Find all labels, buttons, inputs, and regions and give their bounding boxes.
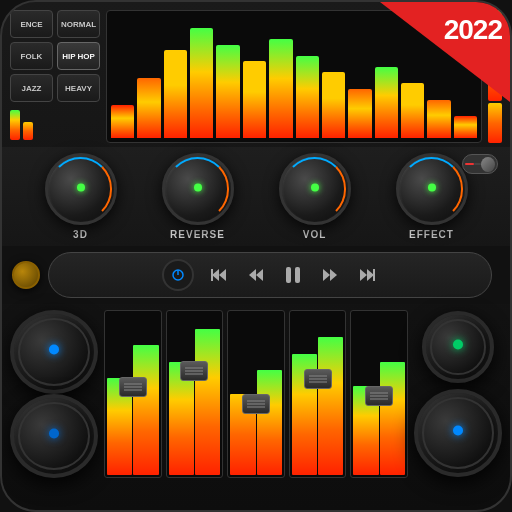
fader-handle-4[interactable]	[304, 369, 332, 389]
eq-bar	[243, 61, 266, 138]
preset-heavy[interactable]: HEAVY	[57, 74, 100, 102]
knob-effect-label: EFFECT	[409, 229, 454, 240]
transport-strip	[48, 252, 492, 298]
knob-vol-label: VOL	[303, 229, 327, 240]
pause-button[interactable]	[280, 262, 306, 288]
svg-marker-10	[323, 269, 330, 281]
preset-hiphop[interactable]: HIP HOP	[57, 42, 100, 70]
mixer-section	[2, 304, 510, 484]
fader-track-2	[166, 310, 224, 478]
knob-3d-container: 3D	[45, 153, 117, 240]
toggle-knob	[481, 157, 495, 172]
eq-bar	[375, 67, 398, 139]
skip-to-start-button[interactable]	[208, 264, 230, 286]
knob-reverse[interactable]	[162, 153, 234, 225]
fader-track-4	[289, 310, 347, 478]
eq-bar	[454, 116, 477, 138]
knob-reverse-label: REVERSE	[170, 229, 225, 240]
eq-bar	[137, 78, 160, 139]
fader-channels	[104, 310, 408, 478]
fader-channel-5	[350, 310, 408, 478]
eq-bar	[164, 50, 187, 138]
skip-forward-icon	[320, 264, 342, 286]
knob-3d-dot	[77, 183, 85, 191]
left-knob-area	[10, 310, 98, 478]
svg-marker-6	[256, 269, 263, 281]
knob-vol-container: VOL	[279, 153, 351, 240]
skip-end-icon	[356, 264, 378, 286]
svg-marker-3	[219, 269, 226, 281]
big-knob-right-bottom-dot	[453, 426, 463, 436]
svg-rect-4	[211, 269, 213, 281]
preset-row-3: JAZZ HEAVY	[10, 74, 100, 102]
eq-bar	[269, 39, 292, 138]
fader-track-1	[104, 310, 162, 478]
transport-section	[2, 246, 510, 304]
svg-marker-12	[360, 269, 367, 281]
eq-bar	[427, 100, 450, 139]
fader-handle-2[interactable]	[180, 361, 208, 381]
fader-handle-5[interactable]	[365, 386, 393, 406]
preset-normal[interactable]: NORMAL	[57, 10, 100, 38]
svg-marker-2	[212, 269, 219, 281]
skip-back-icon	[244, 264, 266, 286]
big-knob-right-bottom[interactable]	[414, 389, 502, 477]
skip-to-end-button[interactable]	[356, 264, 378, 286]
eq-bar	[190, 28, 213, 138]
svg-marker-11	[367, 269, 374, 281]
preset-folk[interactable]: FOLK	[10, 42, 53, 70]
fader-track-3	[227, 310, 285, 478]
big-knob-left-bottom[interactable]	[10, 394, 98, 478]
knob-effect-container: EFFECT	[396, 153, 468, 240]
power-button[interactable]	[162, 259, 194, 291]
preset-jazz[interactable]: JAZZ	[10, 74, 53, 102]
big-knob-left-top-dot	[49, 345, 59, 355]
knob-reverse-container: REVERSE	[162, 153, 234, 240]
power-icon	[170, 267, 186, 283]
svg-rect-13	[373, 269, 375, 281]
knob-vol[interactable]	[279, 153, 351, 225]
svg-rect-8	[295, 267, 300, 283]
year-badge: 2022	[444, 14, 502, 46]
fader-handle-3[interactable]	[242, 394, 270, 414]
right-knob-area	[414, 310, 502, 478]
eq-bar	[216, 45, 239, 139]
knob-effect-dot	[428, 183, 436, 191]
app-container: 2022 ENCE NORMAL FOLK HIP HOP JAZZ HEAVY	[0, 0, 512, 512]
eq-bar	[348, 89, 371, 139]
fader-channel-4	[289, 310, 347, 478]
svg-rect-7	[286, 267, 291, 283]
preset-ence[interactable]: ENCE	[10, 10, 53, 38]
preset-buttons: ENCE NORMAL FOLK HIP HOP JAZZ HEAVY	[10, 10, 100, 143]
svg-marker-5	[249, 269, 256, 281]
toggle-line-1	[465, 163, 474, 165]
big-knob-left-bottom-dot	[49, 429, 59, 439]
eq-bar	[401, 83, 424, 138]
skip-forward-button[interactable]	[320, 264, 342, 286]
eq-bar	[322, 72, 345, 138]
knob-3d-label: 3D	[73, 229, 88, 240]
preset-row-2: FOLK HIP HOP	[10, 42, 100, 70]
knobs-section: 3D REVERSE VOL EFFECT	[2, 147, 510, 246]
big-knob-left-top[interactable]	[10, 310, 98, 394]
power-toggle[interactable]	[462, 154, 498, 174]
skip-back-button[interactable]	[244, 264, 266, 286]
skip-start-icon	[208, 264, 230, 286]
left-side-knob[interactable]	[12, 261, 40, 289]
big-knob-right-top-dot	[453, 340, 463, 350]
knob-3d[interactable]	[45, 153, 117, 225]
pause-icon	[280, 262, 306, 288]
fader-channel-1	[104, 310, 162, 478]
eq-bar	[111, 105, 134, 138]
big-knob-right-top[interactable]	[422, 311, 494, 383]
svg-marker-9	[330, 269, 337, 281]
knob-reverse-dot	[194, 183, 202, 191]
fader-handle-1[interactable]	[119, 377, 147, 397]
preset-row-1: ENCE NORMAL	[10, 10, 100, 38]
knob-vol-dot	[311, 183, 319, 191]
fader-channel-3	[227, 310, 285, 478]
eq-bar	[296, 56, 319, 139]
knob-effect[interactable]	[396, 153, 468, 225]
toggle-line-2	[474, 163, 481, 165]
fader-track-5	[350, 310, 408, 478]
